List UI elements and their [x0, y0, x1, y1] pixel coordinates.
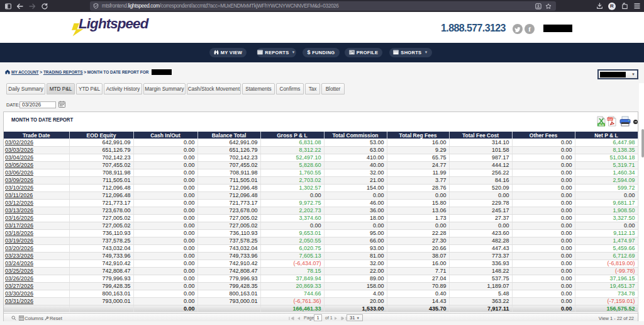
svg-text:XLS: XLS — [599, 123, 604, 127]
svg-text:PDF: PDF — [608, 118, 613, 121]
